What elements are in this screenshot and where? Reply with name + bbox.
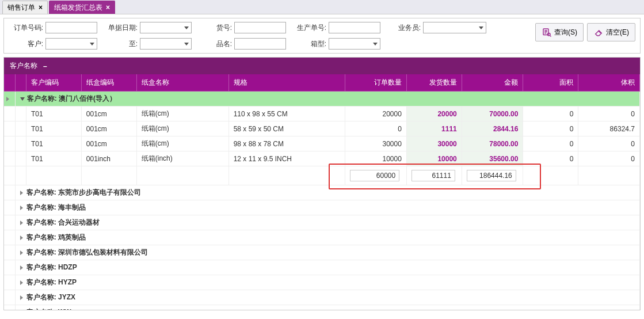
chevron-down-icon bbox=[184, 43, 189, 45]
product-no-input[interactable] bbox=[234, 22, 286, 33]
search-icon bbox=[542, 27, 552, 37]
date-from-combo[interactable] bbox=[140, 22, 192, 33]
chevron-down-icon bbox=[479, 26, 483, 29]
clear-button[interactable]: 清空(E) bbox=[587, 23, 635, 41]
grid: 客户名称 – 客户编码 纸盒编码 纸盒名称 规格 订单数量 发货数量 金额 面积… bbox=[3, 57, 641, 310]
to-label: 至: bbox=[103, 39, 138, 49]
group-row[interactable]: 客户名称: 澳门八佰伴(导入） bbox=[4, 92, 640, 107]
group-panel-label: 客户名称 bbox=[10, 61, 37, 71]
col-area[interactable]: 面积 bbox=[523, 74, 578, 92]
order-no-input[interactable] bbox=[45, 22, 97, 33]
product-name-label: 品名: bbox=[197, 39, 232, 49]
customer-combo[interactable] bbox=[45, 38, 97, 50]
sales-label: 业务员: bbox=[386, 23, 421, 33]
table-row[interactable]: T01001cm纸箱(cm)58 x 59 x 50 CM011112844.1… bbox=[4, 121, 640, 136]
group-row-collapsed[interactable]: 客户名称: 合兴运动器材 bbox=[4, 215, 640, 230]
col-cust-code[interactable]: 客户编码 bbox=[26, 74, 81, 92]
prod-order-input[interactable] bbox=[329, 22, 380, 33]
total-row: 6000061111186444.16 bbox=[4, 166, 640, 185]
tab-label: 销售订单 bbox=[7, 3, 35, 13]
col-volume[interactable]: 体积 bbox=[578, 74, 640, 92]
clear-label: 清空(E) bbox=[606, 28, 629, 37]
query-label: 查询(S) bbox=[554, 28, 577, 37]
col-order-qty[interactable]: 订单数量 bbox=[345, 74, 407, 92]
order-no-label: 订单号码: bbox=[9, 23, 43, 33]
date-label: 单据日期: bbox=[103, 23, 138, 33]
col-box-code[interactable]: 纸盒编码 bbox=[81, 74, 136, 92]
close-icon[interactable]: × bbox=[106, 3, 110, 12]
table-row[interactable]: T01001cm纸箱(cm)110 x 98 x 55 CM2000020000… bbox=[4, 107, 640, 121]
product-name-input[interactable] bbox=[234, 38, 286, 50]
tab-shipping-summary[interactable]: 纸箱发货汇总表 × bbox=[49, 1, 115, 14]
group-row-collapsed[interactable]: 客户名称: 海丰制品 bbox=[4, 200, 640, 215]
date-to-combo[interactable] bbox=[140, 38, 192, 50]
group-row-collapsed[interactable]: 客户名称: WW bbox=[4, 305, 640, 311]
chevron-down-icon bbox=[373, 43, 378, 45]
box-type-label: 箱型: bbox=[292, 39, 326, 49]
table-row[interactable]: T01001inch纸箱(inch)12 x 11 x 9.5 INCH1000… bbox=[4, 151, 640, 166]
group-row-collapsed[interactable]: 客户名称: JYZX bbox=[4, 290, 640, 305]
tab-label: 纸箱发货汇总表 bbox=[54, 3, 102, 13]
grid-header: 客户编码 纸盒编码 纸盒名称 规格 订单数量 发货数量 金额 面积 体积 bbox=[4, 74, 640, 92]
col-spec[interactable]: 规格 bbox=[228, 74, 345, 92]
group-row-collapsed[interactable]: 客户名称: HDZP bbox=[4, 260, 640, 275]
collapse-icon[interactable]: – bbox=[43, 62, 47, 70]
chevron-down-icon bbox=[90, 43, 94, 45]
table-row[interactable]: T01001cm纸箱(cm)98 x 88 x 78 CM30000300007… bbox=[4, 136, 640, 151]
box-type-combo[interactable] bbox=[329, 38, 380, 50]
chevron-down-icon bbox=[184, 26, 189, 29]
close-icon[interactable]: × bbox=[39, 3, 43, 12]
col-amount[interactable]: 金额 bbox=[462, 74, 523, 92]
group-row-collapsed[interactable]: 客户名称: HYZP bbox=[4, 275, 640, 290]
eraser-icon bbox=[593, 27, 604, 37]
filter-bar: 订单号码: 单据日期: 货号: 生产单号: 业务员: 客户: 至: 品名: 箱型… bbox=[3, 18, 641, 54]
product-no-label: 货号: bbox=[197, 23, 232, 33]
group-row-collapsed[interactable]: 客户名称: 深圳市德弘包装材料有限公司 bbox=[4, 245, 640, 260]
sales-combo[interactable] bbox=[423, 22, 486, 33]
group-row-collapsed[interactable]: 客户名称: 东莞市步步高电子有限公司 bbox=[4, 185, 640, 200]
col-box-name[interactable]: 纸盒名称 bbox=[136, 74, 228, 92]
group-panel[interactable]: 客户名称 – bbox=[4, 58, 640, 74]
group-row-collapsed[interactable]: 客户名称: 鸡英制品 bbox=[4, 230, 640, 245]
query-button[interactable]: 查询(S) bbox=[535, 23, 584, 41]
customer-label: 客户: bbox=[9, 39, 43, 49]
col-ship-qty[interactable]: 发货数量 bbox=[406, 74, 462, 92]
tab-bar: 销售订单 × 纸箱发货汇总表 × bbox=[0, 0, 644, 14]
prod-order-label: 生产单号: bbox=[292, 23, 326, 33]
tab-sales-order[interactable]: 销售订单 × bbox=[2, 1, 48, 14]
